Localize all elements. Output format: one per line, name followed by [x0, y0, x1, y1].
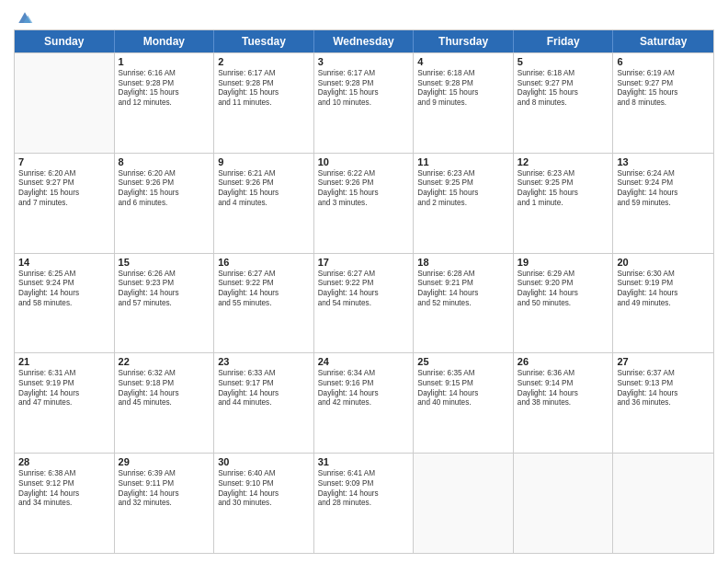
cell-info-line: and 36 minutes.: [617, 398, 710, 408]
cell-info-line: Daylight: 14 hours: [218, 389, 310, 399]
cell-info-line: Sunrise: 6:37 AM: [617, 369, 710, 379]
cell-info-line: Sunset: 9:21 PM: [417, 279, 509, 289]
cell-info-line: Sunset: 9:27 PM: [617, 79, 710, 89]
cell-info-line: Sunset: 9:26 PM: [218, 178, 310, 189]
cell-info-line: Sunset: 9:20 PM: [518, 279, 609, 289]
cell-info-line: Daylight: 14 hours: [18, 289, 110, 299]
cell-info-line: Daylight: 15 hours: [518, 189, 609, 199]
cell-info-line: Daylight: 14 hours: [318, 389, 410, 399]
calendar-cell: 21Sunrise: 6:31 AMSunset: 9:19 PMDayligh…: [15, 353, 115, 453]
cell-info-line: Sunset: 9:15 PM: [417, 379, 509, 389]
day-number: 8: [119, 156, 210, 167]
day-number: 17: [318, 257, 410, 268]
cell-info-line: Sunset: 9:09 PM: [318, 479, 410, 489]
day-number: 6: [617, 56, 710, 67]
cell-info-line: Daylight: 14 hours: [119, 289, 210, 299]
cell-info-line: and 50 minutes.: [518, 299, 609, 309]
calendar-cell: 6Sunrise: 6:19 AMSunset: 9:27 PMDaylight…: [613, 53, 713, 153]
cell-info-line: and 8 minutes.: [617, 98, 710, 109]
cell-info-line: Sunset: 9:12 PM: [18, 479, 110, 489]
header-monday: Monday: [115, 30, 215, 52]
cell-info-line: Sunset: 9:13 PM: [617, 379, 710, 389]
cell-info-line: Sunrise: 6:21 AM: [218, 169, 310, 179]
cell-info-line: Sunrise: 6:39 AM: [119, 469, 210, 479]
cell-info-line: and 7 minutes.: [18, 199, 110, 209]
cell-info-line: Sunset: 9:10 PM: [218, 479, 310, 489]
calendar-cell: 8Sunrise: 6:20 AMSunset: 9:26 PMDaylight…: [115, 154, 215, 253]
cell-info-line: Daylight: 14 hours: [18, 489, 110, 500]
day-number: 31: [318, 456, 410, 467]
cell-info-line: and 4 minutes.: [218, 199, 310, 209]
day-number: 29: [119, 456, 210, 467]
day-number: 19: [518, 257, 609, 268]
cell-info-line: Daylight: 15 hours: [218, 189, 310, 199]
calendar-cell: 16Sunrise: 6:27 AMSunset: 9:22 PMDayligh…: [214, 254, 314, 353]
cell-info-line: Daylight: 14 hours: [218, 289, 310, 299]
day-number: 26: [518, 356, 609, 367]
day-number: 14: [18, 257, 110, 268]
cell-info-line: and 52 minutes.: [417, 299, 509, 309]
cell-info-line: Sunrise: 6:23 AM: [417, 169, 509, 179]
calendar-cell: [514, 454, 614, 553]
header-saturday: Saturday: [613, 30, 713, 52]
cell-info-line: Sunrise: 6:16 AM: [119, 69, 210, 79]
calendar-cell: 31Sunrise: 6:41 AMSunset: 9:09 PMDayligh…: [314, 454, 415, 553]
cell-info-line: Sunrise: 6:41 AM: [318, 469, 410, 479]
day-number: 16: [218, 257, 310, 268]
cell-info-line: Sunset: 9:16 PM: [318, 379, 410, 389]
day-number: 1: [119, 56, 210, 67]
cell-info-line: and 55 minutes.: [218, 299, 310, 309]
cell-info-line: Sunrise: 6:24 AM: [617, 169, 710, 179]
cell-info-line: Daylight: 14 hours: [119, 489, 210, 500]
cell-info-line: Sunrise: 6:34 AM: [318, 369, 410, 379]
cell-info-line: Sunset: 9:24 PM: [617, 178, 710, 189]
cell-info-line: and 59 minutes.: [617, 199, 710, 209]
calendar-cell: 26Sunrise: 6:36 AMSunset: 9:14 PMDayligh…: [514, 353, 614, 453]
cell-info-line: Daylight: 15 hours: [318, 88, 410, 98]
calendar-cell: 12Sunrise: 6:23 AMSunset: 9:25 PMDayligh…: [514, 154, 614, 253]
cell-info-line: Sunset: 9:26 PM: [119, 178, 210, 189]
calendar-cell: 23Sunrise: 6:33 AMSunset: 9:17 PMDayligh…: [214, 353, 314, 453]
cell-info-line: Sunrise: 6:18 AM: [417, 69, 509, 79]
day-number: 23: [218, 356, 310, 367]
cell-info-line: and 32 minutes.: [119, 499, 210, 509]
header-tuesday: Tuesday: [214, 30, 314, 52]
calendar-cell: 13Sunrise: 6:24 AMSunset: 9:24 PMDayligh…: [613, 154, 713, 253]
cell-info-line: Sunset: 9:18 PM: [119, 379, 210, 389]
cell-info-line: and 42 minutes.: [318, 398, 410, 408]
day-number: 11: [417, 156, 509, 167]
logo-icon: [16, 9, 34, 28]
cell-info-line: Sunset: 9:28 PM: [417, 79, 509, 89]
calendar-cell: 24Sunrise: 6:34 AMSunset: 9:16 PMDayligh…: [314, 353, 415, 453]
cell-info-line: Sunset: 9:17 PM: [218, 379, 310, 389]
cell-info-line: Sunrise: 6:31 AM: [18, 369, 110, 379]
cell-info-line: Daylight: 15 hours: [417, 189, 509, 199]
cell-info-line: Daylight: 15 hours: [218, 88, 310, 98]
cell-info-line: Sunrise: 6:25 AM: [18, 270, 110, 280]
cell-info-line: Sunset: 9:27 PM: [518, 79, 609, 89]
cell-info-line: and 54 minutes.: [318, 299, 410, 309]
header-thursday: Thursday: [414, 30, 514, 52]
cell-info-line: Sunrise: 6:27 AM: [218, 270, 310, 280]
cell-info-line: Sunset: 9:19 PM: [18, 379, 110, 389]
cell-info-line: Daylight: 15 hours: [318, 189, 410, 199]
cell-info-line: Sunrise: 6:38 AM: [18, 469, 110, 479]
cell-info-line: Daylight: 15 hours: [119, 189, 210, 199]
calendar-cell: [613, 454, 713, 553]
header-friday: Friday: [514, 30, 614, 52]
cell-info-line: Sunset: 9:28 PM: [318, 79, 410, 89]
calendar-body: 1Sunrise: 6:16 AMSunset: 9:28 PMDaylight…: [15, 52, 713, 553]
calendar-cell: 19Sunrise: 6:29 AMSunset: 9:20 PMDayligh…: [514, 254, 614, 353]
day-number: 27: [617, 356, 710, 367]
cell-info-line: Sunrise: 6:26 AM: [119, 270, 210, 280]
cell-info-line: and 1 minute.: [518, 199, 609, 209]
calendar-cell: 3Sunrise: 6:17 AMSunset: 9:28 PMDaylight…: [314, 53, 415, 153]
day-number: 15: [119, 257, 210, 268]
day-number: 22: [119, 356, 210, 367]
header-wednesday: Wednesday: [314, 30, 415, 52]
cell-info-line: Sunrise: 6:28 AM: [417, 270, 509, 280]
cell-info-line: Daylight: 14 hours: [617, 389, 710, 399]
calendar-cell: 2Sunrise: 6:17 AMSunset: 9:28 PMDaylight…: [214, 53, 314, 153]
day-number: 28: [18, 456, 110, 467]
logo: [14, 9, 34, 24]
